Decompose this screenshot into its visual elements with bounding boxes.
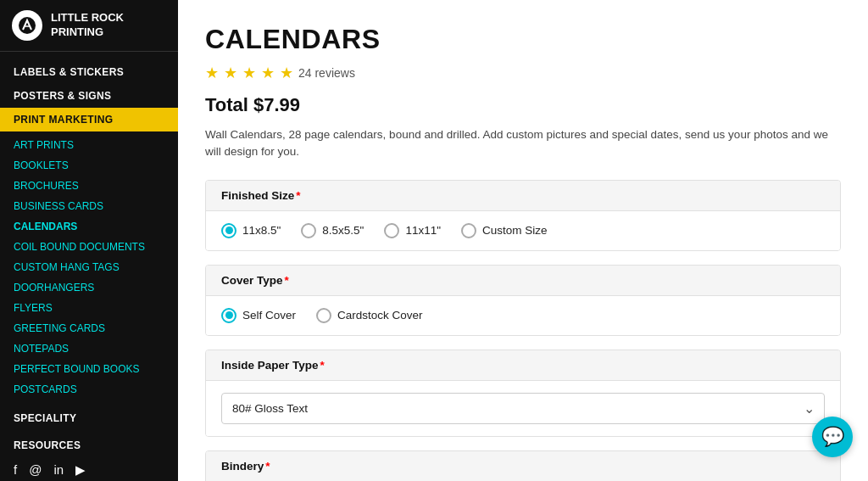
self-cover-option[interactable]: Self Cover <box>221 308 296 323</box>
finished-size-section: Finished Size* 11x8.5" 8.5x5.5" 11x11" <box>205 180 841 251</box>
sidebar-item-art-prints[interactable]: ART PRINTS <box>0 135 178 155</box>
social-icons-row: f @ in ▶ <box>0 457 178 481</box>
required-star-4: * <box>265 460 270 473</box>
star-2: ★ <box>224 64 237 82</box>
instagram-icon[interactable]: @ <box>29 462 42 478</box>
reviews-count: 24 reviews <box>298 66 355 80</box>
sidebar-item-coil-bound[interactable]: COIL BOUND DOCUMENTS <box>0 237 178 257</box>
paper-type-select-wrap: 80# Gloss Text 60# Uncoated Text 100# Gl… <box>221 393 825 424</box>
paper-type-section: Inside Paper Type* 80# Gloss Text 60# Un… <box>205 350 841 437</box>
star-4: ★ <box>261 64 275 82</box>
sidebar-item-perfect-bound[interactable]: PERFECT BOUND BOOKS <box>0 359 178 379</box>
paper-type-header: Inside Paper Type* <box>206 350 840 381</box>
sidebar-item-calendars[interactable]: CALENDARS <box>0 216 178 237</box>
size-85x55-option[interactable]: 8.5x5.5" <box>301 223 364 238</box>
required-star-3: * <box>320 359 325 372</box>
main-content: CALENDARS ★ ★ ★ ★ ★ 24 reviews Total $7.… <box>178 0 868 481</box>
sidebar-print-marketing-label[interactable]: PRINT MARKETING <box>0 108 178 131</box>
sidebar-resources-label[interactable]: RESOURCES <box>0 433 178 457</box>
finished-size-header: Finished Size* <box>206 181 840 211</box>
bindery-section: Bindery* Saddle-stitched Black Wire Silv… <box>205 450 841 482</box>
required-star: * <box>296 189 300 202</box>
sidebar-item-doorhangers[interactable]: DOORHANGERS <box>0 277 178 298</box>
sidebar-item-postcards[interactable]: POSTCARDS <box>0 379 178 400</box>
sidebar-sub-items: ART PRINTS BOOKLETS BROCHURES BUSINESS C… <box>0 131 178 403</box>
product-description: Wall Calendars, 28 page calendars, bound… <box>205 126 841 161</box>
cardstock-cover-radio[interactable] <box>316 308 331 323</box>
linkedin-icon[interactable]: in <box>53 462 64 478</box>
cover-type-header: Cover Type* <box>206 266 840 296</box>
sidebar-speciality-label[interactable]: SPECIALITY <box>0 406 178 430</box>
cover-type-body: Self Cover Cardstock Cover <box>206 296 840 335</box>
chat-icon: 💬 <box>821 426 844 448</box>
size-11x11-radio[interactable] <box>384 223 399 238</box>
sidebar-item-custom-hang-tags[interactable]: CUSTOM HANG TAGS <box>0 257 178 277</box>
size-11x11-option[interactable]: 11x11" <box>384 223 441 238</box>
size-85x55-radio[interactable] <box>301 223 316 238</box>
sidebar-item-business-cards[interactable]: BUSINESS CARDS <box>0 196 178 216</box>
youtube-icon[interactable]: ▶ <box>75 462 86 478</box>
finished-size-options: 11x8.5" 8.5x5.5" 11x11" Custom Size <box>221 223 825 238</box>
logo-text: LITTLE ROCK PRINTING <box>51 11 124 40</box>
sidebar-top-nav: LABELS & STICKERS POSTERS & SIGNS PRINT … <box>0 52 178 457</box>
finished-size-body: 11x8.5" 8.5x5.5" 11x11" Custom Size <box>206 211 840 250</box>
sidebar-item-posters-signs[interactable]: POSTERS & SIGNS <box>0 84 178 108</box>
logo-icon <box>12 10 42 41</box>
reviews-row: ★ ★ ★ ★ ★ 24 reviews <box>205 64 841 82</box>
cover-type-options: Self Cover Cardstock Cover <box>221 308 825 323</box>
sidebar-item-notepads[interactable]: NOTEPADS <box>0 338 178 359</box>
size-11x85-radio[interactable] <box>221 223 236 238</box>
self-cover-radio[interactable] <box>221 308 236 323</box>
cardstock-cover-option[interactable]: Cardstock Cover <box>316 308 423 323</box>
bindery-header: Bindery* <box>206 451 840 482</box>
star-3: ★ <box>242 64 256 82</box>
size-custom-option[interactable]: Custom Size <box>461 223 548 238</box>
page-title: CALENDARS <box>205 24 841 55</box>
paper-type-body: 80# Gloss Text 60# Uncoated Text 100# Gl… <box>206 381 840 436</box>
star-1: ★ <box>205 64 219 82</box>
size-11x85-option[interactable]: 11x8.5" <box>221 223 281 238</box>
sidebar-item-greeting-cards[interactable]: GREETING CARDS <box>0 318 178 338</box>
size-custom-radio[interactable] <box>461 223 476 238</box>
cover-type-section: Cover Type* Self Cover Cardstock Cover <box>205 265 841 336</box>
total-price: Total $7.99 <box>205 94 841 116</box>
sidebar-item-flyers[interactable]: FLYERS <box>0 298 178 318</box>
facebook-icon[interactable]: f <box>14 462 17 478</box>
sidebar-logo[interactable]: LITTLE ROCK PRINTING <box>0 0 178 52</box>
sidebar-item-brochures[interactable]: BROCHURES <box>0 176 178 196</box>
chat-button[interactable]: 💬 <box>812 417 853 457</box>
star-5: ★ <box>280 64 293 82</box>
paper-type-select[interactable]: 80# Gloss Text 60# Uncoated Text 100# Gl… <box>221 393 825 424</box>
sidebar-item-labels-stickers[interactable]: LABELS & STICKERS <box>0 60 178 84</box>
required-star-2: * <box>285 274 289 287</box>
sidebar-item-booklets[interactable]: BOOKLETS <box>0 155 178 176</box>
sidebar: LITTLE ROCK PRINTING LABELS & STICKERS P… <box>0 0 178 481</box>
